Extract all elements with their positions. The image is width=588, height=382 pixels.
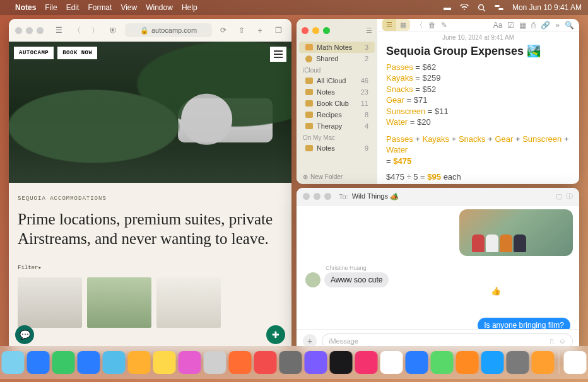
search-icon[interactable]: 🔍 bbox=[565, 21, 574, 30]
sidebar-toggle-icon[interactable]: ☰ bbox=[366, 26, 372, 35]
menu-help[interactable]: Help bbox=[182, 3, 197, 12]
menu-format[interactable]: Format bbox=[88, 3, 112, 12]
dock-calendar-icon[interactable] bbox=[179, 351, 201, 374]
listing-thumbnail[interactable] bbox=[18, 277, 82, 328]
dock-appstore-icon[interactable] bbox=[481, 351, 504, 374]
back-icon[interactable]: 〈 bbox=[70, 23, 84, 37]
sent-bubble[interactable]: Is anyone bringing film? bbox=[478, 318, 570, 329]
more-icon[interactable]: » bbox=[555, 21, 560, 30]
dock-downloads-icon[interactable] bbox=[564, 351, 587, 374]
trash-icon[interactable]: 🗑 bbox=[428, 21, 436, 30]
dock-freeform-icon[interactable] bbox=[279, 351, 302, 374]
listing-thumbnail[interactable] bbox=[87, 277, 151, 328]
dock-tv-icon[interactable] bbox=[305, 351, 327, 374]
folder-book-club[interactable]: Book Club11 bbox=[299, 98, 375, 109]
dock-facetime-icon[interactable] bbox=[153, 351, 176, 374]
dock-contacts-icon[interactable] bbox=[204, 351, 226, 374]
chat-name[interactable]: Wild Things 🏕️ bbox=[352, 192, 399, 200]
to-label: To: bbox=[339, 193, 348, 200]
share-icon[interactable]: ⇧ bbox=[235, 23, 249, 37]
menu-app[interactable]: Notes bbox=[15, 3, 36, 12]
chat-fab-icon[interactable]: 💬 bbox=[15, 325, 34, 344]
wifi-icon[interactable] bbox=[460, 4, 469, 11]
folder-icon bbox=[305, 100, 313, 107]
control-center-icon[interactable] bbox=[495, 4, 503, 11]
folder-notes[interactable]: Notes23 bbox=[299, 86, 375, 98]
dock-photos-icon[interactable] bbox=[128, 351, 151, 374]
dock-mail-icon[interactable] bbox=[78, 351, 100, 374]
photo-message[interactable] bbox=[459, 209, 573, 256]
checklist-icon[interactable]: ☑ bbox=[507, 21, 514, 30]
logo-chip[interactable]: AUTOCAMP bbox=[14, 47, 54, 59]
new-folder-button[interactable]: ⊕New Folder bbox=[297, 170, 377, 184]
dock-safari-icon[interactable] bbox=[27, 351, 50, 374]
menu-view[interactable]: View bbox=[121, 3, 137, 12]
traffic-lights[interactable] bbox=[15, 27, 44, 34]
page-headline: Prime locations, premium suites, private… bbox=[18, 209, 283, 249]
note-editor[interactable]: Sequoia Group Expenses 🏞️ Passes = $62 K… bbox=[377, 42, 579, 184]
plus-icon: ⊕ bbox=[303, 173, 308, 180]
new-tab-icon[interactable]: ＋ bbox=[253, 23, 267, 37]
clock[interactable]: Mon Jun 10 9:41 AM bbox=[512, 3, 582, 12]
avatar[interactable] bbox=[305, 272, 320, 287]
accessibility-fab-icon[interactable]: ✚ bbox=[266, 325, 285, 344]
forward-icon[interactable]: 〉 bbox=[88, 23, 102, 37]
sidebar-toggle-icon[interactable]: ☰ bbox=[52, 23, 66, 37]
dock-podcasts-icon[interactable] bbox=[380, 351, 403, 374]
dock-numbers-icon[interactable] bbox=[431, 351, 454, 374]
table-icon[interactable]: ▦ bbox=[519, 21, 526, 30]
compose-icon[interactable]: ✎ bbox=[441, 21, 447, 30]
dock-pages-icon[interactable] bbox=[456, 351, 479, 374]
back-icon[interactable]: 〈 bbox=[415, 20, 423, 31]
listing-thumbnail[interactable] bbox=[156, 277, 221, 328]
voice-message-icon[interactable]: ⎍ bbox=[550, 337, 554, 345]
facetime-icon[interactable]: ▢ bbox=[556, 192, 562, 200]
menu-window[interactable]: Window bbox=[146, 3, 173, 12]
thumbs-up-reaction-icon[interactable]: 👍 bbox=[491, 286, 501, 296]
battery-icon[interactable]: ▬ bbox=[444, 3, 451, 12]
url-field[interactable]: 🔒autocamp.com bbox=[125, 23, 212, 37]
emoji-picker-icon[interactable]: ☺ bbox=[559, 337, 566, 345]
traffic-lights[interactable] bbox=[302, 27, 330, 34]
folder-shared[interactable]: Shared 2 bbox=[299, 53, 375, 64]
dock-keynote-icon[interactable] bbox=[406, 351, 428, 374]
hero-image: AUTOCAMP BOOK NOW bbox=[9, 42, 291, 183]
hamburger-menu-icon[interactable] bbox=[270, 47, 286, 62]
folder-recipes[interactable]: Recipes8 bbox=[299, 109, 375, 120]
menu-file[interactable]: File bbox=[45, 3, 57, 12]
received-bubble[interactable]: Awww soo cute bbox=[324, 272, 389, 287]
section-onmymac: On My Mac bbox=[297, 132, 377, 142]
folder-all-icloud[interactable]: All iCloud46 bbox=[299, 75, 375, 86]
placeholder: iMessage bbox=[329, 337, 358, 345]
book-now-button[interactable]: BOOK NOW bbox=[57, 47, 97, 59]
folder-math-notes[interactable]: Math Notes 3 bbox=[299, 42, 375, 53]
filter-toggle[interactable]: Filter▸ bbox=[18, 264, 283, 271]
info-icon[interactable]: ⓘ bbox=[566, 192, 573, 201]
spotlight-icon[interactable] bbox=[478, 4, 486, 12]
plus-icon: + bbox=[307, 336, 312, 346]
dock-news-icon[interactable] bbox=[355, 351, 378, 374]
dock-launchpad-icon[interactable] bbox=[2, 351, 25, 374]
media-icon[interactable]: ⎙ bbox=[531, 21, 536, 30]
format-icon[interactable]: Aa bbox=[493, 21, 503, 30]
menu-edit[interactable]: Edit bbox=[66, 3, 79, 12]
messages-thread[interactable]: Christine Huang Awww soo cute 👍 Is anyon… bbox=[297, 205, 579, 329]
dock-iphone-mirror-icon[interactable] bbox=[532, 351, 555, 374]
shield-icon[interactable]: ⛨ bbox=[107, 23, 121, 37]
dock-messages-icon[interactable] bbox=[52, 351, 75, 374]
svg-rect-3 bbox=[498, 8, 503, 10]
folder-icon bbox=[305, 123, 313, 129]
dock-maps-icon[interactable] bbox=[103, 351, 126, 374]
dock-reminders-icon[interactable] bbox=[229, 351, 252, 374]
view-toggle[interactable]: ☰▦ bbox=[382, 19, 410, 31]
folder-icon bbox=[305, 112, 313, 118]
tabs-icon[interactable]: ❐ bbox=[271, 23, 285, 37]
dock-settings-icon[interactable] bbox=[507, 351, 529, 374]
folder-therapy[interactable]: Therapy4 bbox=[299, 120, 375, 132]
reload-icon[interactable]: ⟳ bbox=[216, 23, 230, 37]
link-icon[interactable]: 🔗 bbox=[541, 21, 550, 30]
dock-music-icon[interactable] bbox=[330, 351, 353, 374]
dock-notes-icon[interactable] bbox=[254, 351, 277, 374]
folder-local-notes[interactable]: Notes9 bbox=[299, 142, 375, 154]
traffic-lights[interactable] bbox=[303, 193, 331, 200]
